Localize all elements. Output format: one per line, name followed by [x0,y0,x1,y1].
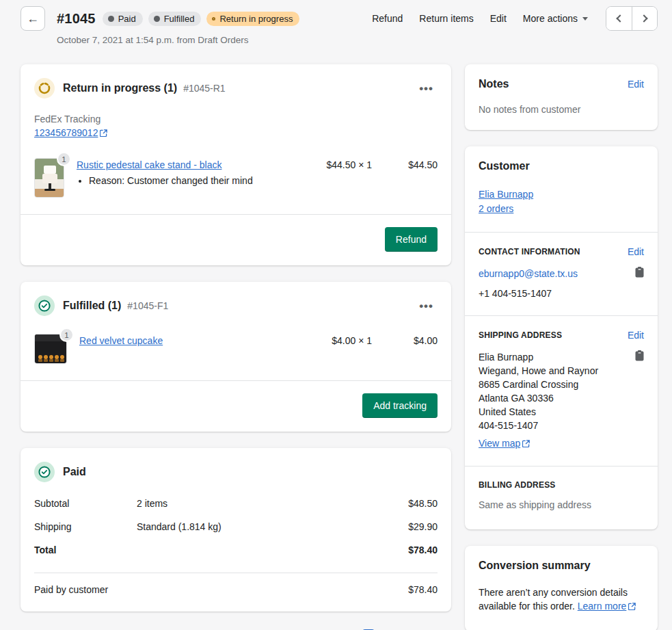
customer-phone: +1 404-515-1407 [479,287,578,300]
customer-title: Customer [479,160,644,172]
more-actions-button[interactable]: More actions [516,8,595,29]
edit-action-button[interactable]: Edit [483,8,513,29]
tracking-number-link[interactable]: 123456789012 [34,127,98,138]
next-order-button[interactable] [632,7,657,30]
return-in-progress-card: Return in progress (1) #1045-R1 ••• FedE… [21,64,451,265]
customer-orders-link[interactable]: 2 orders [479,202,644,215]
total-row: Total $78.40 [34,538,438,562]
return-card-menu-button[interactable]: ••• [415,80,438,97]
paid-dot-icon [108,16,114,22]
payment-summary: Subtotal 2 items $48.50 Shipping Standar… [21,482,451,566]
return-progress-dot-icon [212,17,215,21]
fulfilled-dot-icon [154,16,160,22]
conversion-summary-title: Conversion summary [479,560,644,572]
quantity-badge: 1 [59,328,74,342]
status-badge-paid: Paid [103,12,143,26]
page-header: ← #1045 Paid Fulfilled Return in progres… [21,6,658,31]
horizontal-dots-icon: ••• [419,82,433,95]
edit-shipping-address-link[interactable]: Edit [628,330,644,341]
paid-by-customer-row: Paid by customer $78.40 [21,573,451,612]
page-title: #1045 [57,11,96,27]
order-pagination [606,6,658,31]
chevron-down-icon [582,17,588,21]
fulfilled-check-icon [34,296,55,316]
return-reason: Reason: Customer changed their mind [89,175,297,186]
item-total-price: $4.00 [372,334,438,346]
billing-address-title: BILLING ADDRESS [479,480,644,490]
return-card-title: Return in progress (1) [63,82,177,94]
chevron-right-icon [640,14,647,22]
quantity-badge: 1 [57,152,71,166]
item-unit-price: $4.00 × 1 [297,334,372,346]
add-tracking-button[interactable]: Add tracking [362,393,438,418]
status-badge-return-in-progress: Return in progress [206,12,299,26]
learn-more-link[interactable]: Learn more [578,601,627,612]
fulfilled-card-menu-button[interactable]: ••• [415,298,438,315]
tracking-carrier-label: FedEx Tracking [34,112,438,126]
paid-card: Paid Subtotal 2 items $48.50 Shipping St… [21,448,451,612]
fulfilled-line-item: 1 Red velvet cupcake $4.00 × 1 $4.00 [21,316,451,380]
product-link-cake-stand[interactable]: Rustic pedestal cake stand - black [77,159,221,170]
billing-address-body: Same as shipping address [479,498,644,512]
status-badge-fulfilled: Fulfilled [148,12,202,26]
notes-body: No notes from customer [479,103,644,116]
horizontal-dots-icon: ••• [419,300,433,313]
sidebar: Notes Edit No notes from customer Custom… [465,64,658,630]
main-column: Return in progress (1) #1045-R1 ••• FedE… [21,64,451,630]
notes-card: Notes Edit No notes from customer [465,64,658,130]
external-link-icon [522,438,530,449]
external-link-icon [100,127,107,140]
back-arrow-icon: ← [27,12,39,26]
external-link-icon [628,600,636,614]
refund-action-button[interactable]: Refund [365,8,409,29]
subtotal-row: Subtotal 2 items $48.50 [34,492,438,515]
conversion-summary-card: Conversion summary There aren’t any conv… [465,546,658,630]
status-badges: Paid Fulfilled Return in progress [103,12,300,26]
refund-button[interactable]: Refund [385,227,438,252]
view-map-link[interactable]: View map [479,438,520,449]
previous-order-button[interactable] [606,7,632,30]
contact-information-title: CONTACT INFORMATION [479,247,580,257]
order-detail-page: ← #1045 Paid Fulfilled Return in progres… [0,0,672,630]
return-items-action-button[interactable]: Return items [412,8,480,29]
copy-email-icon[interactable] [635,267,644,280]
return-card-ref: #1045-R1 [183,83,226,94]
chevron-left-icon [616,14,623,22]
item-unit-price: $44.50 × 1 [297,158,372,170]
customer-name-link[interactable]: Elia Burnapp [479,187,644,201]
product-link-cupcake[interactable]: Red velvet cupcake [79,335,163,346]
customer-card: Customer Elia Burnapp 2 orders CONTACT I… [465,146,658,529]
edit-contact-link[interactable]: Edit [628,246,644,257]
fulfilled-card-ref: #1045-F1 [127,300,168,311]
shipping-address-title: SHIPPING ADDRESS [479,330,562,340]
paid-card-title: Paid [63,466,86,478]
return-in-progress-icon [34,78,55,99]
item-total-price: $44.50 [372,158,438,170]
notes-title: Notes [479,78,509,90]
paid-check-icon [34,462,55,482]
customer-email-link[interactable]: eburnapp0@state.tx.us [479,267,578,280]
fulfilled-card-title: Fulfilled (1) [63,300,121,312]
order-date-subtitle: October 7, 2021 at 1:54 p.m. from Draft … [57,35,658,45]
copy-address-icon[interactable] [635,350,644,363]
edit-notes-link[interactable]: Edit [628,79,644,90]
back-button[interactable]: ← [21,6,45,31]
fulfilled-card: Fulfilled (1) #1045-F1 ••• [21,282,451,432]
return-line-item: 1 Rustic pedestal cake stand - black Rea… [21,140,451,214]
header-actions: Refund Return items Edit More actions [365,6,658,31]
shipping-address-block: Elia Burnapp Wiegand, Howe and Raynor 86… [479,350,598,449]
shipping-row: Shipping Standard (1.814 kg) $29.90 [34,515,438,538]
